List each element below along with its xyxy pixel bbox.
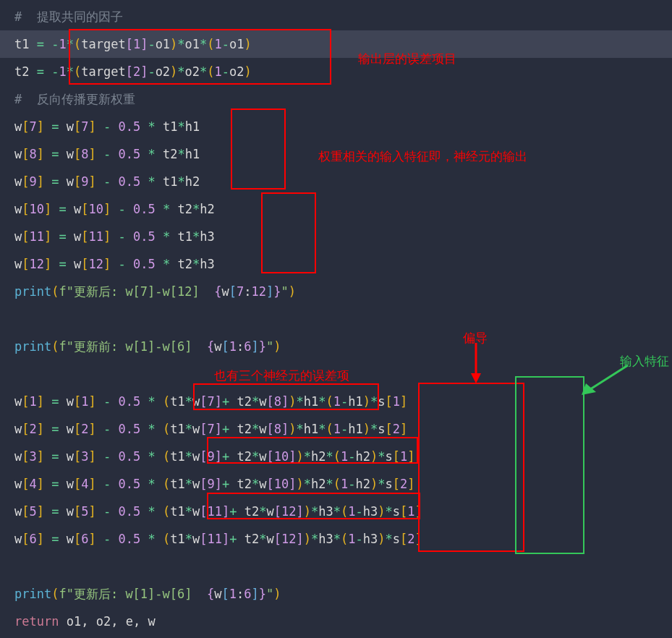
comment-line: # 提取共同的因子 — [0, 3, 672, 30]
code-line-print2: print(f"更新前: w[1]-w[6] {w[1:6]}") — [0, 333, 672, 360]
comment-text: # 反向传播更新权重 — [14, 92, 135, 106]
code-line-w6: w[6] = w[6] - 0.5 * (t1*w[11]+ t2*w[12])… — [0, 525, 672, 553]
code-line-w3: w[3] = w[3] - 0.5 * (t1*w[9]+ t2*w[10])*… — [0, 443, 672, 470]
comment-line: # 反向传播更新权重 — [0, 85, 672, 113]
comment-text: # 提取共同的因子 — [14, 9, 123, 24]
code-line-t2: t2 = -1*(target[2]-o2)*o2*(1-o2) — [0, 58, 672, 85]
code-line-t1: t1 = -1*(target[1]-o1)*o1*(1-o1) — [0, 30, 672, 58]
code-line-w11: w[11] = w[11] - 0.5 * t1*h3 — [0, 223, 672, 250]
code-line-w12: w[12] = w[12] - 0.5 * t2*h3 — [0, 250, 672, 278]
code-line-w7: w[7] = w[7] - 0.5 * t1*h1 — [0, 113, 672, 140]
code-line-print1: print(f"更新后: w[7]-w[12] {w[7:12]}") — [0, 278, 672, 305]
blank-line — [0, 305, 672, 333]
code-line-w1: w[1] = w[1] - 0.5 * (t1*w[7]+ t2*w[8])*h… — [0, 388, 672, 415]
code-block: # 提取共同的因子 t1 = -1*(target[1]-o1)*o1*(1-o… — [0, 0, 672, 635]
code-line-w8: w[8] = w[8] - 0.5 * t2*h1 — [0, 140, 672, 168]
code-line-w5: w[5] = w[5] - 0.5 * (t1*w[11]+ t2*w[12])… — [0, 498, 672, 525]
blank-line — [0, 360, 672, 388]
code-line-w2: w[2] = w[2] - 0.5 * (t1*w[7]+ t2*w[8])*h… — [0, 415, 672, 443]
code-line-w9: w[9] = w[9] - 0.5 * t1*h2 — [0, 168, 672, 195]
blank-line — [0, 553, 672, 580]
code-line-w10: w[10] = w[10] - 0.5 * t2*h2 — [0, 195, 672, 223]
code-line-w4: w[4] = w[4] - 0.5 * (t1*w[9]+ t2*w[10])*… — [0, 470, 672, 498]
code-line-return: return o1, o2, e, w — [0, 608, 672, 635]
code-line-print3: print(f"更新后: w[1]-w[6] {w[1:6]}") — [0, 580, 672, 608]
